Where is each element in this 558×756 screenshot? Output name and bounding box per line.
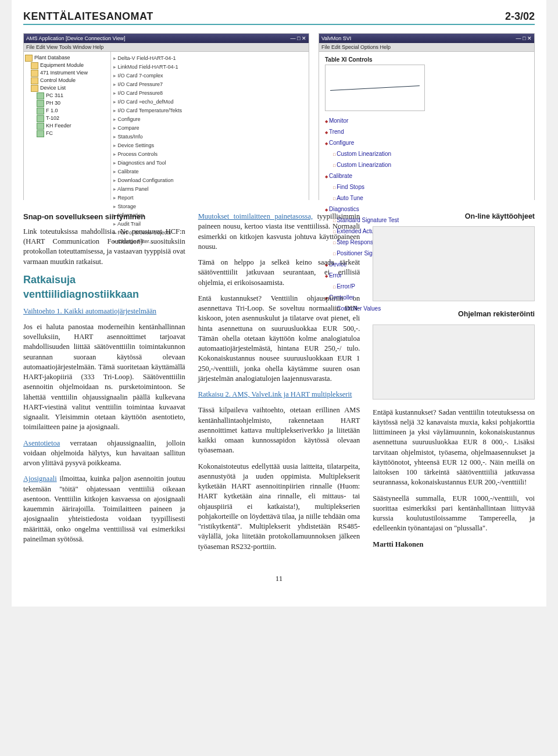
page-number: 11 <box>23 574 535 583</box>
device-tree: Plant Database Equipment Module 471 Inst… <box>24 52 111 200</box>
folder-icon <box>31 62 38 69</box>
device-icon <box>37 115 44 122</box>
device-context-list: Delta-V Field-HART-04-1 LinkMod Field-HA… <box>111 52 309 200</box>
folder-icon <box>31 77 38 84</box>
window-controls: — □ ✕ <box>516 34 532 43</box>
side-heading-register: Ohjelman rekisteröinti <box>373 309 535 319</box>
device-icon <box>37 108 44 115</box>
issue-number: 2-3/02 <box>505 10 535 23</box>
page-header: KENTTÄLAITESANOMAT 2-3/02 <box>23 10 535 25</box>
screenshot-valvmon: ValvMon SVI — □ ✕ File Edit Special Opti… <box>319 33 535 200</box>
signature-chart <box>325 65 425 111</box>
menubar: File Edit Special Options Help <box>319 43 534 52</box>
side-figure-2 <box>373 324 535 400</box>
device-icon <box>37 100 44 107</box>
device-icon <box>37 123 44 130</box>
paragraph: Tämä on helppo ja selkeä keino saada tär… <box>198 258 360 288</box>
publication-title: KENTTÄLAITESANOMAT <box>23 10 153 23</box>
tab-head: Table XI Controls <box>325 55 528 65</box>
paragraph: Säästyneellä summalla, EUR 1000,-/ventti… <box>373 494 535 534</box>
window-controls: — □ ✕ <box>291 34 306 43</box>
column-3: On-line käyttöohjeet Ohjelman rekisteröi… <box>373 212 535 558</box>
paragraph: Ajosignaali ilmoittaa, kuinka paljon ase… <box>23 474 185 544</box>
article-columns: Snap-on sovellukseen siirtyminen Link to… <box>23 212 535 558</box>
ajosignaali-link: Ajosignaali <box>23 475 57 483</box>
option1-link: Vaihtoehto 1. Kaikki automaatiojärjestel… <box>23 307 156 315</box>
menu-list: Monitor Trend Configure <box>325 116 528 149</box>
screenshot-row: AMS Application [Device Connection View]… <box>23 33 535 200</box>
device-icon <box>37 92 44 99</box>
paragraph: Entäpä kustannukset? Sadan venttiilin to… <box>373 408 535 488</box>
subheading-snap: Snap-on sovellukseen siirtyminen <box>23 212 185 222</box>
screenshot-ams: AMS Application [Device Connection View]… <box>23 33 309 200</box>
column-2: Muutokset toimilaitteen painetasossa, ty… <box>198 212 360 558</box>
folder-icon <box>31 70 38 77</box>
side-heading-online: On-line käyttöohjeet <box>373 212 535 222</box>
paragraph: Kokonaistoteutus edellyttää uusia laitte… <box>198 462 360 552</box>
paragraph: Asentotietoa verrataan ohjaussignaaliin,… <box>23 438 185 469</box>
folder-icon <box>25 55 33 62</box>
device-icon <box>37 130 44 137</box>
paragraph: Jos ei haluta panostaa moderneihin kentä… <box>23 322 185 433</box>
menubar: File Edit View Tools Window Help <box>24 43 309 52</box>
paragraph: Link toteutuksissa mahdollisia. Ne perus… <box>23 227 185 267</box>
side-figure-1 <box>373 226 535 301</box>
solution2-link: Ratkaisu 2. AMS, ValveLink ja HART multi… <box>198 390 352 398</box>
paragraph: Tässä kilpaileva vaihtoehto, otetaan eri… <box>198 405 360 455</box>
folder-icon <box>31 85 38 92</box>
window-title: ValvMon SVI <box>321 34 351 43</box>
paragraph: Muutokset toimilaitteen painetasossa, ty… <box>198 212 360 252</box>
column-1: Snap-on sovellukseen siirtyminen Link to… <box>23 212 185 558</box>
paragraph: Entä kustannukset? Venttiilin ohjauspiir… <box>198 294 360 384</box>
window-title: AMS Application [Device Connection View] <box>26 34 125 43</box>
author-name: Martti Hakonen <box>373 540 535 550</box>
muutokset-link: Muutokset toimilaitteen painetasossa, <box>198 212 313 220</box>
asentotieto-link: Asentotietoa <box>23 439 60 447</box>
heading-solutions: Ratkaisuja venttiilidiagnostiikkaan <box>23 273 185 302</box>
